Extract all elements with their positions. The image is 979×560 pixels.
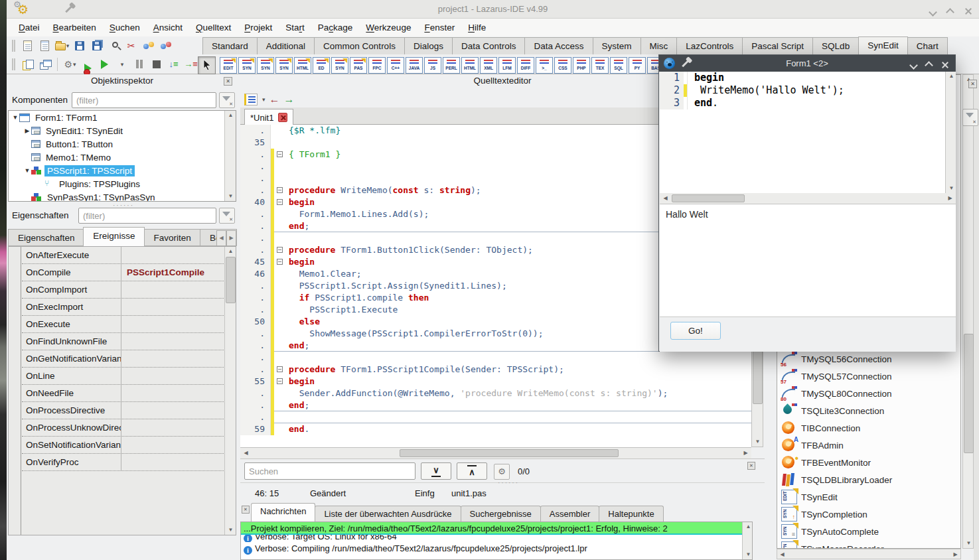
- scroll-down-icon[interactable]: ▼: [743, 550, 753, 559]
- component-item-tfbadmin[interactable]: ATFBAdmin: [777, 437, 960, 454]
- component-tree-scrollbar[interactable]: ▲ ▼: [224, 111, 236, 201]
- event-row-oncompile[interactable]: OnCompilePSScript1Compile: [22, 264, 236, 281]
- new-unit-button[interactable]: [20, 38, 35, 53]
- code-line[interactable]: .end;: [240, 399, 751, 411]
- event-value[interactable]: [121, 368, 236, 384]
- event-value[interactable]: [121, 247, 236, 263]
- event-row-ongetnotificationvarian[interactable]: OnGetNotificationVarian: [22, 350, 236, 368]
- build-button[interactable]: [141, 38, 156, 53]
- event-row-oncompimport[interactable]: OnCompImport: [22, 281, 236, 299]
- code-line[interactable]: 2 WriteMemo('Hallo Welt');: [660, 84, 956, 97]
- palette-tab-standard[interactable]: Standard: [202, 37, 258, 54]
- scroll-down-icon[interactable]: ▼: [946, 184, 956, 193]
- fold-toggle-icon[interactable]: [277, 247, 283, 253]
- tree-item-button1[interactable]: Button1: TButton: [9, 137, 236, 151]
- script-editor[interactable]: 1begin2 WriteMemo('Hallo Welt');3end. ▲ …: [660, 72, 956, 193]
- component-item-tsqlite3connection[interactable]: TSQLite3Connection: [777, 402, 960, 419]
- menu-item-werkzeuge[interactable]: Werkzeuge: [359, 21, 417, 35]
- palette-component-icon[interactable]: PHP: [573, 57, 590, 74]
- fold-toggle-icon[interactable]: [277, 187, 283, 193]
- palette-component-icon[interactable]: HTML: [461, 57, 479, 74]
- navigate-back-icon[interactable]: ←: [269, 94, 280, 105]
- code-line[interactable]: 55begin: [240, 376, 751, 387]
- build-mode-button[interactable]: ⚙▾: [62, 57, 78, 72]
- event-row-onsetnotificationvarian[interactable]: OnSetNotificationVarian: [22, 437, 236, 454]
- scrollbar-thumb[interactable]: [400, 449, 619, 457]
- tree-expander-icon[interactable]: ▼: [11, 114, 19, 121]
- menu-item-package[interactable]: Package: [311, 21, 360, 35]
- scrollbar-thumb[interactable]: [226, 257, 236, 303]
- palette-tab-lazcontrols[interactable]: LazControls: [676, 37, 743, 54]
- messages-tab-nachrichten[interactable]: Nachrichten: [251, 503, 315, 522]
- palette-tab-misc[interactable]: Misc: [640, 37, 678, 54]
- component-item-tibconnection[interactable]: TIBConnection: [777, 419, 960, 437]
- maximize-button[interactable]: [926, 59, 932, 71]
- properties-filter-icon[interactable]: [219, 208, 235, 224]
- tree-item-synedit1[interactable]: ▶SynEdit1: TSynEdit: [9, 124, 236, 137]
- event-row-onexecimport[interactable]: OnExecImport: [22, 299, 236, 316]
- event-value[interactable]: [121, 350, 236, 367]
- scroll-down-icon[interactable]: ▼: [226, 192, 236, 201]
- open-button[interactable]: ▾: [54, 38, 70, 53]
- messages-tab-assembler[interactable]: Assembler: [540, 506, 599, 522]
- toolbar-handle[interactable]: [12, 58, 15, 70]
- event-row-onverifyproc[interactable]: OnVerifyProc: [22, 454, 236, 471]
- menu-item-bearbeiten[interactable]: Bearbeiten: [46, 21, 103, 35]
- scroll-up-icon[interactable]: ▲: [946, 72, 956, 81]
- find-previous-button[interactable]: ∧: [457, 462, 487, 480]
- palette-component-icon[interactable]: ED: [313, 57, 330, 74]
- menu-item-ansicht[interactable]: Ansicht: [147, 21, 189, 35]
- navigate-forward-icon[interactable]: →: [284, 94, 295, 105]
- splitter-grip[interactable]: ······: [498, 479, 519, 486]
- palette-component-icon[interactable]: SYN: [275, 57, 293, 74]
- view-forms-button[interactable]: [37, 57, 52, 72]
- palette-component-icon[interactable]: CSS: [554, 57, 571, 74]
- palette-tab-additional[interactable]: Additional: [257, 37, 315, 54]
- script-editor-horizontal-scrollbar[interactable]: ◀ ▶: [660, 193, 956, 204]
- event-value[interactable]: [121, 437, 236, 453]
- cut-button[interactable]: ✂: [123, 38, 139, 53]
- menu-item-start[interactable]: Start: [279, 21, 311, 35]
- component-list-horizontal-scrollbar[interactable]: ◀ ▶: [777, 549, 961, 559]
- palette-component-icon[interactable]: HTML: [294, 57, 311, 74]
- tree-item-form1[interactable]: ▼Form1: TForm1: [9, 111, 236, 124]
- event-row-online[interactable]: OnLine: [22, 368, 236, 385]
- run-dropdown-button[interactable]: ▾: [114, 57, 129, 72]
- step-into-button[interactable]: →≡: [183, 57, 198, 72]
- selection-tool-button[interactable]: [198, 56, 216, 74]
- inspector-tab-ereignisse[interactable]: Ereignisse: [83, 227, 144, 246]
- code-line[interactable]: 3end.: [660, 97, 956, 109]
- tree-item-plugins[interactable]: Plugins: TPSPlugins: [9, 177, 236, 190]
- messages-scrollbar[interactable]: ▲ ▼: [742, 522, 752, 559]
- event-row-onprocessunknowdirec[interactable]: OnProcessUnknowDirec: [22, 419, 236, 437]
- message-row-success[interactable]: ...Projekt kompilieren, Ziel: /run/media…: [241, 522, 752, 535]
- component-item-tfbeventmonitor[interactable]: •TFBEventMonitor: [777, 454, 960, 471]
- tab-scroll-right-icon[interactable]: ▶: [226, 230, 236, 246]
- new-form-button[interactable]: [37, 38, 52, 53]
- form1-titlebar[interactable]: Form1 <2>: [659, 55, 955, 72]
- run-button[interactable]: [97, 57, 112, 72]
- palette-component-icon[interactable]: JAVA: [406, 57, 423, 74]
- script-editor-vertical-scrollbar[interactable]: ▲ ▼: [945, 72, 956, 193]
- dock-filter-icon[interactable]: [962, 109, 978, 126]
- close-button[interactable]: [964, 5, 971, 12]
- event-value[interactable]: [121, 402, 236, 419]
- palette-component-icon[interactable]: C++: [387, 57, 404, 74]
- menu-item-quelltext[interactable]: Quelltext: [189, 21, 238, 35]
- scroll-left-icon[interactable]: ◀: [241, 449, 251, 458]
- palette-tab-synedit[interactable]: SynEdit: [858, 36, 908, 54]
- palette-component-icon[interactable]: XML: [480, 57, 497, 74]
- messages-panel[interactable]: ...Projekt kompilieren, Ziel: /run/media…: [240, 522, 753, 560]
- messages-tab-haltepunkte[interactable]: Haltepunkte: [599, 506, 663, 522]
- tree-item-psscript1[interactable]: ▼PSScript1: TPSScript: [9, 164, 236, 177]
- maximize-button[interactable]: [947, 6, 954, 13]
- fold-toggle-icon[interactable]: [277, 378, 283, 384]
- tree-expander-icon[interactable]: ▼: [23, 167, 31, 174]
- message-row[interactable]: iVerbose: Compiling /run/media/theo/T5ex…: [241, 542, 752, 555]
- tree-item-memo1[interactable]: Memo1: TMemo: [9, 151, 236, 164]
- scroll-right-icon[interactable]: ▶: [950, 550, 960, 559]
- search-input[interactable]: [244, 462, 415, 480]
- event-row-onneedfile[interactable]: OnNeedFile: [22, 385, 236, 402]
- palette-component-icon[interactable]: PERL: [443, 57, 460, 74]
- components-filter-input[interactable]: [72, 92, 216, 108]
